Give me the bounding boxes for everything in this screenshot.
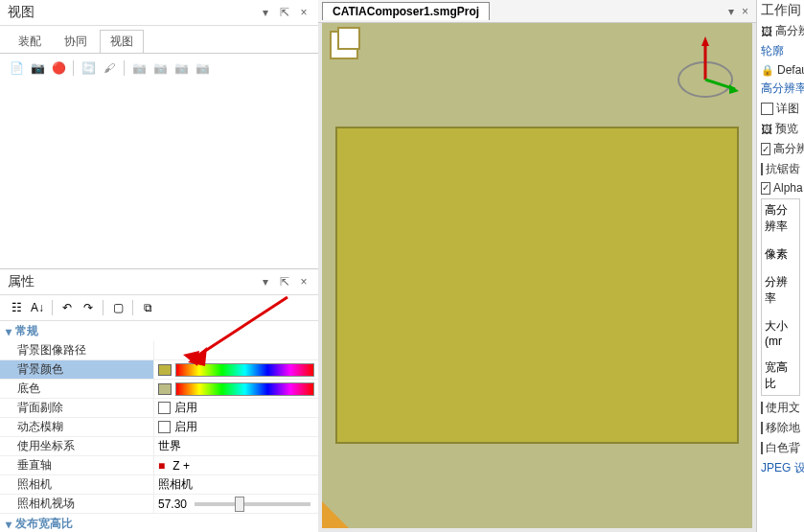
pg-box-icon[interactable]: ▢ bbox=[109, 299, 126, 316]
doc-dropdown-icon[interactable]: ▾ bbox=[728, 5, 734, 18]
corner-fold-icon[interactable] bbox=[322, 501, 349, 528]
preview-icon: 🖼 bbox=[761, 123, 772, 136]
ws-preview-button[interactable]: 🖼预览 bbox=[761, 121, 800, 137]
props-dropdown-icon[interactable]: ▾ bbox=[259, 275, 272, 289]
lbl-vertaxis: 垂直轴 bbox=[0, 456, 153, 474]
axis-dot-icon: ■ bbox=[158, 459, 165, 473]
pg-sep3 bbox=[132, 300, 133, 315]
lbl-size: 大小 (mr bbox=[765, 318, 796, 348]
collapse-icon2: ▾ bbox=[6, 518, 11, 531]
pg-sep bbox=[52, 300, 53, 315]
chk-aa[interactable] bbox=[761, 163, 763, 175]
lbl-coord: 使用坐标系 bbox=[0, 437, 153, 455]
panel-pin-icon[interactable]: ⇱ bbox=[278, 6, 291, 19]
doc-close-icon[interactable]: × bbox=[742, 5, 748, 18]
lbl-mblur: 动态模糊 bbox=[0, 418, 153, 436]
stack-icon[interactable] bbox=[330, 31, 358, 59]
tab-views[interactable]: 视图 bbox=[100, 30, 144, 53]
cat-publish[interactable]: ▾发布宽高比 bbox=[0, 514, 318, 532]
val-coord[interactable]: 世界 bbox=[153, 437, 318, 455]
fov-slider[interactable] bbox=[195, 502, 310, 506]
tab-assembly[interactable]: 装配 bbox=[8, 30, 52, 53]
lbl-bg-image: 背景图像路径 bbox=[0, 341, 153, 359]
pg-sep2 bbox=[103, 300, 103, 315]
bg-color-hue[interactable] bbox=[175, 363, 314, 377]
chk-whitebg[interactable] bbox=[761, 442, 763, 454]
tb-brush-icon[interactable]: 🖌 bbox=[101, 59, 118, 77]
chk-detail[interactable] bbox=[761, 103, 773, 115]
pg-sort-icon[interactable]: A↓ bbox=[29, 299, 46, 316]
lbl-bg-color: 背景颜色 bbox=[0, 360, 153, 379]
tb-new-icon[interactable]: 📄 bbox=[8, 59, 25, 77]
cat-general[interactable]: ▾常规 bbox=[0, 321, 318, 341]
panel-close-icon[interactable]: × bbox=[297, 6, 310, 19]
tb-refresh-icon[interactable]: 🔄 bbox=[80, 59, 97, 77]
lbl-fov: 照相机视场 bbox=[0, 495, 153, 513]
lock-icon: 🔒 bbox=[761, 64, 774, 77]
props-close-icon[interactable]: × bbox=[297, 275, 310, 289]
chk-mblur[interactable] bbox=[158, 421, 171, 433]
lbl-camera: 照相机 bbox=[0, 475, 153, 494]
panel-dropdown-icon[interactable]: ▾ bbox=[259, 6, 272, 19]
ws-default[interactable]: 🔒Defau bbox=[761, 63, 800, 77]
bottom-hue[interactable] bbox=[175, 382, 314, 396]
chk-removegrd[interactable] bbox=[761, 422, 763, 434]
viewport[interactable] bbox=[322, 23, 752, 528]
val-bg-color[interactable] bbox=[153, 360, 318, 379]
pg-redo-icon[interactable]: ↷ bbox=[80, 299, 97, 316]
val-fov[interactable]: 57.30 bbox=[153, 495, 318, 513]
image-icon: 🖼 bbox=[761, 25, 772, 38]
val-vertaxis[interactable]: ■Z + bbox=[153, 456, 318, 474]
ws-title: 工作间 bbox=[761, 2, 800, 19]
tb-sep2 bbox=[124, 60, 125, 76]
val-bottom-color[interactable] bbox=[153, 380, 318, 398]
chk-backface[interactable] bbox=[158, 402, 171, 414]
chk-usetext[interactable] bbox=[761, 402, 763, 414]
box-title: 高分辨率 bbox=[765, 202, 796, 235]
tb-sep bbox=[73, 60, 74, 76]
collapse-icon: ▾ bbox=[6, 325, 11, 338]
lbl-backface: 背面剔除 bbox=[0, 399, 153, 417]
val-bg-image[interactable] bbox=[153, 341, 318, 359]
views-panel-title: 视图 bbox=[8, 4, 34, 21]
ws-outline-link[interactable]: 轮廓 bbox=[761, 43, 800, 59]
lbl-pixels: 像素 bbox=[765, 246, 796, 263]
document-tab[interactable]: CATIAComposer1.smgProj bbox=[322, 2, 490, 20]
svg-marker-4 bbox=[729, 84, 739, 94]
svg-marker-2 bbox=[701, 36, 709, 46]
pg-undo-icon[interactable]: ↶ bbox=[58, 299, 76, 316]
tb-camera-icon[interactable]: 📷 bbox=[29, 59, 46, 77]
ws-jpeg-link[interactable]: JPEG 设 bbox=[761, 460, 800, 476]
ws-hires-header[interactable]: 高分辨率 bbox=[761, 81, 800, 97]
tb-record-icon[interactable]: 🔴 bbox=[50, 59, 67, 77]
tb-cam2-icon[interactable]: 📷 bbox=[151, 59, 169, 77]
lbl-bottom-color: 底色 bbox=[0, 380, 153, 398]
tb-cam1-icon[interactable]: 📷 bbox=[130, 59, 148, 77]
props-panel-title: 属性 bbox=[8, 273, 34, 290]
ws-hires-button[interactable]: 🖼高分辨 bbox=[761, 23, 800, 39]
bg-color-swatch[interactable] bbox=[158, 364, 172, 376]
lbl-resolution: 分辨率 bbox=[765, 274, 796, 307]
compass-gizmo[interactable] bbox=[672, 36, 739, 104]
tb-cam4-icon[interactable]: 📷 bbox=[194, 59, 211, 77]
lbl-aspect: 宽高比 bbox=[765, 359, 796, 392]
views-panel-body bbox=[0, 82, 318, 268]
chk-alpha[interactable] bbox=[761, 182, 770, 195]
tb-cam3-icon[interactable]: 📷 bbox=[172, 59, 190, 77]
chk-hires[interactable] bbox=[761, 143, 770, 155]
scene-plane bbox=[335, 127, 739, 444]
val-camera[interactable]: 照相机 bbox=[153, 475, 318, 494]
props-pin-icon[interactable]: ⇱ bbox=[278, 275, 291, 289]
property-grid: ▾常规 背景图像路径 背景颜色 底色 背面剔除启用 动态模糊启用 使用坐标系世界… bbox=[0, 321, 318, 532]
tab-collab[interactable]: 协同 bbox=[54, 30, 98, 53]
pg-misc-icon[interactable]: ⧉ bbox=[139, 299, 156, 316]
bottom-swatch[interactable] bbox=[158, 383, 172, 395]
pg-categorize-icon[interactable]: ☷ bbox=[8, 299, 25, 316]
workspace-sidebar: 工作间 🖼高分辨 轮廓 🔒Defau 高分辨率 详图 🖼预览 高分辨 抗锯齿 A… bbox=[756, 0, 804, 532]
